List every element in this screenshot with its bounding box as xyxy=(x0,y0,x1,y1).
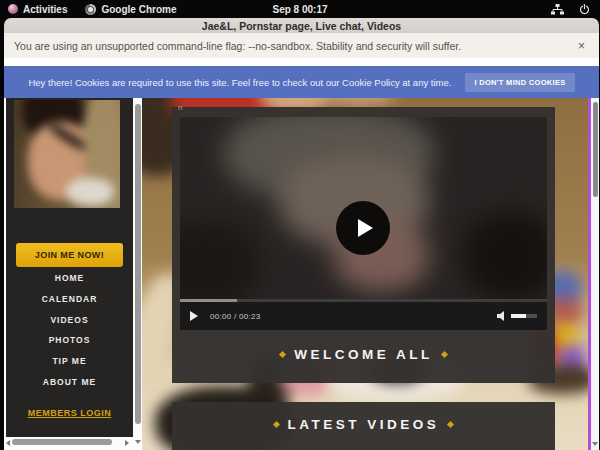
page-scrollbar-thumb[interactable] xyxy=(593,102,598,197)
sidebar-menu: HOME CALENDAR VIDEOS PHOTOS TIP ME ABOUT… xyxy=(6,268,133,393)
latest-videos-heading-text: LATEST VIDEOS xyxy=(288,417,440,432)
flag-warning-text: You are using an unsupported command-lin… xyxy=(4,40,461,52)
sidebar-hscroll-thumb[interactable] xyxy=(12,439,112,445)
controls-play-icon[interactable] xyxy=(190,311,198,321)
latest-videos-section: LATEST VIDEOS xyxy=(172,402,555,450)
page-scrollbar[interactable] xyxy=(591,98,599,450)
play-icon xyxy=(358,219,373,237)
welcome-heading-text: WELCOME ALL xyxy=(294,347,432,362)
sidebar-horizontal-scrollbar[interactable] xyxy=(4,437,133,447)
video-player[interactable] xyxy=(180,117,547,299)
activities-label: Activities xyxy=(23,4,67,15)
sidebar-vertical-scrollbar[interactable] xyxy=(133,98,142,447)
app-menu-button[interactable]: Google Chrome xyxy=(85,4,176,15)
desktop-top-bar: Activities Google Chrome Sep 8 00:17 xyxy=(0,0,600,18)
sidebar-vscroll-thumb[interactable] xyxy=(135,104,141,424)
activities-button[interactable]: Activities xyxy=(8,4,67,15)
members-login-link[interactable]: MEMBERS LOGIN xyxy=(6,408,133,418)
app-menu-label: Google Chrome xyxy=(101,4,176,15)
chrome-icon xyxy=(85,4,96,15)
welcome-heading: WELCOME ALL xyxy=(172,347,555,362)
window-title: Jae&L, Pornstar page, Live chat, Videos xyxy=(202,20,401,32)
window-titlebar[interactable]: Jae&L, Pornstar page, Live chat, Videos xyxy=(4,18,599,33)
latest-videos-heading: LATEST VIDEOS xyxy=(172,417,555,432)
nav-about-me[interactable]: ABOUT ME xyxy=(6,372,133,393)
network-icon[interactable] xyxy=(551,4,564,15)
scroll-left-arrow-icon[interactable] xyxy=(6,440,10,446)
volume-icon[interactable] xyxy=(497,307,507,325)
scroll-right-arrow-icon[interactable] xyxy=(125,440,129,446)
nav-videos[interactable]: VIDEOS xyxy=(6,310,133,331)
diamond-icon xyxy=(279,351,286,358)
accept-cookies-button[interactable]: I DON'T MIND COOKIES xyxy=(465,73,574,92)
diamond-icon xyxy=(273,421,280,428)
scroll-down-arrow-icon[interactable] xyxy=(592,442,598,446)
diamond-icon xyxy=(441,351,448,358)
video-controls: 00:00 / 00:23 xyxy=(180,302,547,330)
browser-window: Jae&L, Pornstar page, Live chat, Videos … xyxy=(4,18,599,450)
video-time: 00:00 / 00:23 xyxy=(210,312,261,321)
play-button[interactable] xyxy=(336,201,390,255)
join-now-button[interactable]: JOIN ME NOW! xyxy=(16,243,123,267)
volume-slider-track[interactable] xyxy=(526,314,537,318)
close-icon[interactable]: × xyxy=(578,39,599,53)
cookie-message: Hey there! Cookies are required to use t… xyxy=(28,77,451,88)
profile-photo[interactable] xyxy=(14,100,120,208)
nav-photos[interactable]: PHOTOS xyxy=(6,330,133,351)
scroll-down-arrow-icon[interactable] xyxy=(135,440,141,444)
flag-warning-bar: You are using an unsupported command-lin… xyxy=(4,33,599,59)
nav-calendar[interactable]: CALENDAR xyxy=(6,289,133,310)
nav-tip-me[interactable]: TIP ME xyxy=(6,351,133,372)
page-viewport: Hey there! Cookies are required to use t… xyxy=(4,58,599,450)
activities-icon xyxy=(8,4,18,14)
nav-home[interactable]: HOME xyxy=(6,268,133,289)
profile-photo-blur-layer xyxy=(14,100,120,208)
sidebar: JOIN ME NOW! HOME CALENDAR VIDEOS PHOTOS… xyxy=(6,98,133,437)
cookie-banner: Hey there! Cookies are required to use t… xyxy=(4,66,599,98)
video-section-panel: n 00:00 / 00:23 xyxy=(172,107,555,383)
power-icon[interactable] xyxy=(579,4,590,15)
diamond-icon xyxy=(447,421,454,428)
volume-slider-fill[interactable] xyxy=(511,314,526,318)
artifact-glyph: n xyxy=(178,103,182,112)
